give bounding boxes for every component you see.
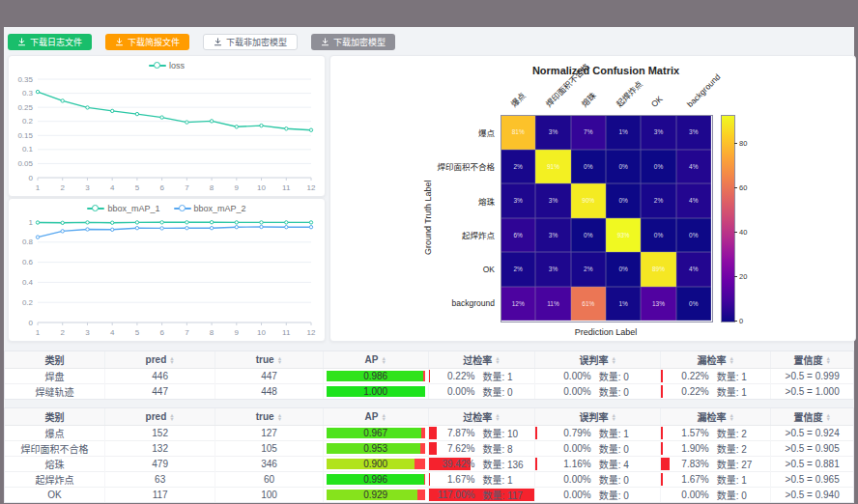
matrix-col-label: background	[685, 72, 722, 109]
miss-rate-cell: 1.57%数量: 2	[661, 426, 771, 441]
svg-text:12: 12	[307, 328, 316, 337]
colorbar-tick	[734, 276, 737, 277]
ap-cell: 0.929	[323, 488, 428, 503]
button-label: 下载加密模型	[333, 36, 386, 48]
svg-text:3: 3	[85, 183, 90, 192]
legend-item-loss[interactable]: loss	[149, 61, 185, 70]
svg-text:3: 3	[85, 328, 90, 337]
svg-text:11: 11	[282, 183, 291, 192]
over-rate-count: 数量: 117	[482, 488, 527, 502]
download-unencrypted-model-button[interactable]: 下载非加密模型	[203, 34, 298, 50]
matrix-cell: 61%	[571, 287, 606, 322]
confusion-matrix-xlabel: Prediction Label	[500, 327, 711, 337]
download-report-button[interactable]: 下载简报文件	[105, 34, 189, 50]
matrix-cell: 0%	[571, 150, 606, 184]
sort-header-miss-rate[interactable]: 漏检率▲▼	[661, 408, 771, 426]
metrics-table-2: 类别pred▲▼true▲▼AP▲▼过检率▲▼误判率▲▼漏检率▲▼置信度▲▼爆点…	[4, 407, 854, 503]
header-label: 类别	[45, 409, 65, 424]
colorbar-tick	[734, 232, 737, 233]
sort-header-ap[interactable]: AP▲▼	[323, 408, 428, 426]
svg-text:0.4: 0.4	[22, 278, 34, 287]
sort-header-true[interactable]: true▲▼	[215, 351, 324, 369]
svg-text:12: 12	[307, 183, 316, 192]
category-cell: 焊缝轨迹	[5, 384, 105, 400]
svg-text:0.2: 0.2	[22, 117, 34, 126]
sort-header-ap[interactable]: AP▲▼	[323, 351, 428, 369]
sort-header-confidence[interactable]: 置信度▲▼	[771, 408, 853, 426]
miss-rate-count: 数量: 1	[717, 472, 761, 487]
download-icon	[17, 38, 26, 46]
sort-header-category: 类别	[5, 351, 105, 369]
header-label: 漏检率	[697, 352, 726, 367]
sort-header-over-rate[interactable]: 过检率▲▼	[428, 408, 535, 426]
matrix-cell: 0%	[641, 150, 675, 184]
confidence-cell: >0.5 = 0.924	[771, 426, 853, 441]
sort-header-pred[interactable]: pred▲▼	[105, 408, 215, 426]
misjudge-rate-count: 数量: 0	[599, 472, 644, 487]
table-row: 焊缝轨迹4474481.0000.00%数量: 00.00%数量: 00.22%…	[5, 384, 853, 400]
confidence-cell: >0.5 = 0.965	[771, 472, 853, 488]
confidence-cell: >0.5 = 0.940	[771, 488, 853, 503]
dashboard-page: 下载日志文件下载简报文件下载非加密模型下载加密模型 loss 00.050.10…	[4, 27, 854, 488]
matrix-cell: 2%	[500, 150, 535, 184]
category-cell: 爆点	[5, 426, 105, 441]
sort-header-true[interactable]: true▲▼	[215, 408, 324, 426]
header-label: 置信度	[793, 352, 822, 367]
pred-cell: 132	[105, 441, 215, 457]
ap-value: 1.000	[327, 386, 425, 397]
sort-header-misjudge-rate[interactable]: 误判率▲▼	[535, 351, 661, 369]
sort-header-miss-rate[interactable]: 漏检率▲▼	[661, 351, 771, 369]
matrix-cell: 0%	[676, 287, 711, 322]
misjudge-rate-value: 1.16%	[553, 459, 591, 469]
pred-cell: 447	[105, 384, 215, 400]
miss-rate-value: 0.22%	[671, 371, 709, 381]
matrix-cell: 2%	[500, 252, 535, 287]
true-cell: 346	[215, 457, 324, 472]
over-rate-cell: 1.67%数量: 1	[428, 472, 535, 488]
colorbar-tick	[734, 321, 737, 322]
miss-rate-value: 7.83%	[671, 459, 709, 469]
confidence-cell: >0.5 = 0.881	[771, 457, 853, 472]
miss-rate-cell: 7.83%数量: 27	[661, 457, 771, 472]
colorbar-tick	[734, 143, 737, 144]
over-rate-bar	[429, 473, 431, 486]
legend-item-bbox_mAP_1[interactable]: bbox_mAP_1	[87, 204, 159, 213]
misjudge-rate-count: 数量: 1	[599, 426, 644, 440]
download-encrypted-model-button[interactable]: 下载加密模型	[311, 34, 395, 50]
matrix-row-label: 爆点	[330, 115, 495, 150]
over-rate-count: 数量: 0	[482, 384, 527, 399]
map-chart-legend: bbox_mAP_1bbox_mAP_2	[9, 204, 325, 213]
true-cell: 100	[215, 488, 324, 503]
matrix-cell: 0%	[606, 252, 641, 287]
ap-value: 0.929	[327, 490, 425, 500]
download-icon	[321, 38, 329, 46]
sort-header-misjudge-rate[interactable]: 误判率▲▼	[535, 408, 661, 426]
svg-text:1: 1	[36, 328, 41, 337]
over-rate-value: 7.87%	[436, 428, 474, 438]
svg-text:11: 11	[282, 328, 291, 337]
over-rate-bar	[429, 370, 431, 382]
miss-rate-count: 数量: 1	[717, 384, 761, 399]
sort-header-pred[interactable]: pred▲▼	[105, 351, 215, 369]
misjudge-rate-cell: 0.00%数量: 0	[535, 369, 661, 384]
ap-value: 0.900	[327, 459, 425, 469]
header-label: 置信度	[793, 409, 822, 424]
header-label: 过检率	[463, 352, 492, 367]
download-log-button[interactable]: 下载日志文件	[8, 34, 92, 50]
miss-rate-cell: 0.22%数量: 1	[661, 369, 771, 384]
matrix-cell: 0%	[641, 218, 675, 253]
svg-text:8: 8	[210, 183, 214, 192]
svg-text:0.35: 0.35	[17, 75, 33, 84]
header-label: pred	[146, 354, 167, 365]
sort-header-confidence[interactable]: 置信度▲▼	[771, 351, 853, 369]
matrix-cell: 4%	[676, 150, 711, 184]
matrix-row-label: 熔珠	[330, 183, 495, 218]
legend-item-bbox_mAP_2[interactable]: bbox_mAP_2	[174, 204, 246, 213]
sort-header-over-rate[interactable]: 过检率▲▼	[428, 351, 535, 369]
misjudge-rate-count: 数量: 0	[599, 441, 644, 456]
miss-rate-value: 0.22%	[671, 386, 709, 397]
miss-rate-bar	[661, 473, 663, 486]
sort-icon: ▲▼	[729, 413, 733, 421]
svg-text:7: 7	[185, 328, 189, 337]
svg-text:9: 9	[235, 328, 240, 337]
